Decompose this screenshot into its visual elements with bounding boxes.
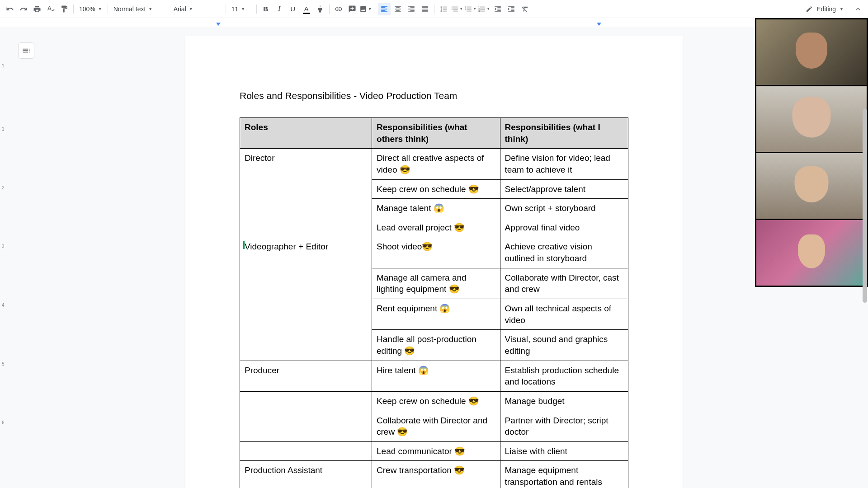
cell-resp-others[interactable]: Keep crew on schedule 😎 — [372, 179, 500, 199]
cell-resp-others[interactable]: Lead overall project 😎 — [372, 218, 500, 237]
cell-resp-mine[interactable]: Partner with Director; script doctor — [500, 411, 628, 441]
roles-table[interactable]: Roles Responsibilities (what others thin… — [240, 117, 628, 488]
header-resp-others[interactable]: Responsibilities (what others think) — [372, 118, 500, 149]
pencil-icon — [806, 5, 813, 13]
cell-role[interactable]: Production Assistant — [240, 461, 372, 488]
video-participant-4[interactable] — [756, 220, 867, 286]
table-row[interactable]: DirectorDirect all creative aspects of v… — [240, 149, 628, 179]
style-value: Normal text — [113, 5, 146, 13]
cell-resp-others[interactable]: Collaborate with Director and crew 😎 — [372, 411, 500, 441]
horizontal-ruler[interactable]: 1 1 2 3 4 5 6 7 — [0, 18, 868, 27]
cell-role[interactable]: Videographer + Editor — [240, 237, 372, 361]
editing-mode-button[interactable]: Editing ▼ — [801, 2, 848, 16]
cell-resp-others[interactable]: Shoot video😎 — [372, 237, 500, 268]
insert-comment-button[interactable] — [346, 3, 359, 15]
cell-resp-mine[interactable]: Own script + storyboard — [500, 199, 628, 218]
right-margin-marker[interactable] — [597, 23, 601, 26]
paint-format-button[interactable] — [58, 3, 71, 15]
undo-button[interactable] — [4, 3, 16, 15]
document-outline-button[interactable] — [18, 42, 34, 59]
document-title[interactable]: Roles and Responsibilities - Video Produ… — [240, 90, 628, 101]
insert-image-button[interactable]: ▼ — [359, 3, 372, 15]
chevron-down-icon: ▼ — [241, 7, 245, 11]
cell-resp-others[interactable]: Rent equipment 😱 — [372, 299, 500, 330]
separator — [434, 5, 434, 14]
insert-link-button[interactable] — [332, 3, 345, 15]
numbered-list-button[interactable]: ▼ — [478, 3, 491, 15]
table-row[interactable]: ProducerHire talent 😱Establish productio… — [240, 361, 628, 391]
font-value: Arial — [174, 5, 186, 13]
outline-icon — [22, 46, 31, 55]
scroll-thumb[interactable] — [863, 108, 867, 303]
separator — [375, 5, 375, 14]
cell-role[interactable] — [240, 441, 372, 461]
align-justify-button[interactable] — [419, 3, 431, 15]
italic-button[interactable]: I — [273, 3, 286, 15]
spellcheck-button[interactable] — [44, 3, 57, 15]
align-left-button[interactable] — [378, 3, 391, 15]
header-roles[interactable]: Roles — [240, 118, 372, 149]
vertical-scrollbar[interactable] — [863, 90, 867, 366]
video-participant-3[interactable] — [756, 153, 867, 219]
checklist-button[interactable]: ▼ — [451, 3, 463, 15]
cell-resp-mine[interactable]: Establish production schedule and locati… — [500, 361, 628, 391]
font-dropdown[interactable]: Arial ▼ — [171, 3, 223, 15]
zoom-dropdown[interactable]: 100% ▼ — [76, 3, 105, 15]
cell-resp-others[interactable]: Keep crew on schedule 😎 — [372, 391, 500, 411]
text-color-button[interactable]: A — [300, 3, 313, 15]
cell-resp-mine[interactable]: Approval final video — [500, 218, 628, 237]
bulleted-list-button[interactable]: ▼ — [464, 3, 477, 15]
cell-resp-mine[interactable]: Visual, sound and graphics editing — [500, 330, 628, 361]
highlight-button[interactable] — [314, 3, 326, 15]
cell-resp-mine[interactable]: Select/approve talent — [500, 179, 628, 199]
collaborator-cursor — [243, 241, 245, 249]
chevron-down-icon: ▼ — [368, 7, 372, 11]
cell-role[interactable]: Director — [240, 149, 372, 237]
cell-resp-mine[interactable]: Own all technical aspects of video — [500, 299, 628, 330]
underline-button[interactable]: U — [287, 3, 299, 15]
separator — [226, 5, 226, 14]
table-row[interactable]: Collaborate with Director and crew 😎Part… — [240, 411, 628, 441]
cell-resp-others[interactable]: Manage talent 😱 — [372, 199, 500, 218]
video-participant-1[interactable] — [756, 19, 867, 85]
bold-button[interactable]: B — [259, 3, 272, 15]
cell-resp-mine[interactable]: Manage budget — [500, 391, 628, 411]
table-row[interactable]: Production AssistantCrew transportation … — [240, 461, 628, 488]
cell-resp-others[interactable]: Hire talent 😱 — [372, 361, 500, 391]
paragraph-style-dropdown[interactable]: Normal text ▼ — [111, 3, 165, 15]
cell-resp-others[interactable]: Handle all post-production editing 😎 — [372, 330, 500, 361]
left-indent-marker[interactable] — [216, 23, 221, 27]
print-button[interactable] — [31, 3, 43, 15]
redo-button[interactable] — [17, 3, 30, 15]
cell-resp-others[interactable]: Manage all camera and lighting equipment… — [372, 268, 500, 299]
cell-resp-mine[interactable]: Define vision for video; lead team to ac… — [500, 149, 628, 179]
video-participant-2[interactable] — [756, 86, 867, 152]
cell-role[interactable] — [240, 391, 372, 411]
cell-role[interactable]: Producer — [240, 361, 372, 391]
table-row[interactable]: Videographer + EditorShoot video😎Achieve… — [240, 237, 628, 268]
fontsize-dropdown[interactable]: 11 ▼ — [229, 3, 254, 15]
header-resp-mine[interactable]: Responsibilities (what I think) — [500, 118, 628, 149]
table-row[interactable]: Lead communicator 😎Liaise with client — [240, 441, 628, 461]
cell-role[interactable] — [240, 411, 372, 441]
align-right-button[interactable] — [405, 3, 418, 15]
collapse-toolbar-button[interactable] — [852, 3, 864, 15]
cell-resp-others[interactable]: Crew transportation 😎 — [372, 461, 500, 488]
cell-resp-mine[interactable]: Liaise with client — [500, 441, 628, 461]
line-spacing-button[interactable] — [437, 3, 450, 15]
decrease-indent-button[interactable] — [491, 3, 504, 15]
cell-resp-mine[interactable]: Collaborate with Director, cast and crew — [500, 268, 628, 299]
document-page[interactable]: Roles and Responsibilities - Video Produ… — [185, 36, 683, 488]
cell-resp-others[interactable]: Direct all creative aspects of video 😎 — [372, 149, 500, 179]
zoom-value: 100% — [79, 5, 95, 13]
cell-resp-mine[interactable]: Manage equipment transportation and rent… — [500, 461, 628, 488]
video-call-panel[interactable] — [755, 18, 868, 287]
cell-resp-others[interactable]: Lead communicator 😎 — [372, 441, 500, 461]
document-canvas[interactable]: 1 1 2 3 4 5 6 Roles and Responsibilities… — [0, 27, 868, 488]
align-center-button[interactable] — [392, 3, 404, 15]
cell-resp-mine[interactable]: Achieve creative vision outlined in stor… — [500, 237, 628, 268]
table-row[interactable]: Keep crew on schedule 😎Manage budget — [240, 391, 628, 411]
clear-formatting-button[interactable] — [519, 3, 531, 15]
vertical-ruler[interactable]: 1 1 2 3 4 5 6 — [0, 27, 9, 488]
increase-indent-button[interactable] — [505, 3, 518, 15]
